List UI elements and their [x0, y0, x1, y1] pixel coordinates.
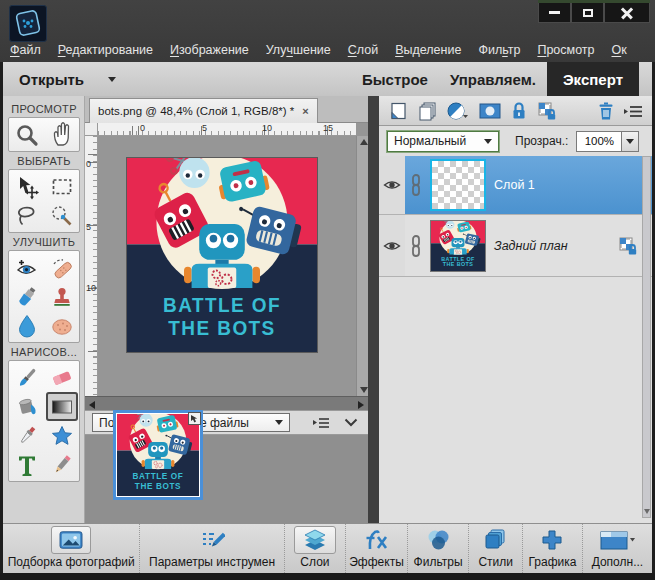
layers-panel: Нормальный Прозрач.: 100% Слой 1 — [379, 96, 652, 523]
window-border — [0, 573, 655, 580]
close-button[interactable] — [604, 3, 650, 23]
locked-layer-icon[interactable] — [618, 236, 638, 256]
panel-menu-icon[interactable] — [313, 417, 329, 429]
menu-filter[interactable]: Фильтр — [478, 43, 520, 57]
tool-section-enhance-label: УЛУЧШИТЬ — [8, 233, 80, 250]
collapse-chevron-icon[interactable] — [344, 418, 358, 427]
link-icon[interactable] — [410, 174, 422, 196]
tab-close-icon[interactable]: × — [302, 105, 308, 117]
panel-splitter[interactable] — [368, 96, 379, 523]
new-layer-icon[interactable] — [388, 101, 408, 121]
layer-row-layer1[interactable]: Слой 1 — [379, 156, 652, 215]
menu-image[interactable]: Изображение — [170, 43, 249, 57]
scroll-left-arrow[interactable] — [89, 401, 95, 409]
layer-name[interactable]: Слой 1 — [494, 178, 652, 192]
menu-enhance[interactable]: Улучшение — [266, 43, 331, 57]
red-eye-tool-icon[interactable] — [11, 253, 43, 282]
eye-icon[interactable] — [383, 239, 401, 253]
layer-thumbnail-transparent[interactable] — [430, 159, 486, 211]
opacity-input[interactable]: 100% — [576, 131, 622, 152]
lock-all-icon[interactable] — [510, 101, 528, 121]
tab-guided[interactable]: Управляем. — [439, 62, 547, 96]
link-icon[interactable] — [410, 235, 422, 257]
spot-healing-tool-icon[interactable] — [46, 253, 78, 282]
document-tab[interactable]: bots.png @ 48,4% (Слой 1, RGB/8*) * × — [89, 98, 318, 123]
brush-tool-icon[interactable] — [11, 363, 43, 392]
canvas-vertical-scrollbar[interactable] — [356, 136, 368, 396]
app-logo-icon — [9, 5, 47, 42]
scroll-down-arrow[interactable] — [360, 387, 368, 393]
blend-mode-select[interactable]: Нормальный — [387, 131, 499, 152]
layer-mask-icon[interactable] — [479, 102, 501, 120]
scroll-right-arrow[interactable] — [358, 401, 364, 409]
taskbar-layers[interactable]: Слои — [284, 524, 346, 573]
scroll-down-arrow[interactable] — [644, 509, 650, 514]
window-border — [0, 62, 3, 580]
titlebar: Файл Редактирование Изображение Улучшени… — [0, 0, 655, 62]
photo-bin-thumbnail[interactable] — [113, 410, 203, 500]
taskbar-photo-bin[interactable]: Подборка фотографий — [3, 524, 139, 573]
adjustment-layer-icon[interactable] — [446, 101, 470, 121]
menu-edit[interactable]: Редактирование — [58, 43, 153, 57]
layer-name[interactable]: Задний план — [494, 239, 610, 253]
sponge-tool-icon[interactable] — [46, 311, 78, 340]
marquee-tool-icon[interactable] — [46, 172, 78, 201]
smart-brush-tool-icon[interactable] — [11, 282, 43, 311]
more-panels-icon — [599, 528, 635, 552]
tool-section-view-label: ПРОСМОТР — [8, 100, 80, 117]
eyedropper-tool-icon[interactable] — [11, 421, 43, 450]
layer-row-background[interactable]: Задний план — [379, 215, 652, 277]
shape-tool-icon[interactable] — [46, 421, 78, 450]
layer-thumbnail-artwork[interactable] — [430, 220, 486, 272]
eye-icon[interactable] — [383, 178, 401, 192]
layers-panel-scrollbar[interactable] — [642, 156, 651, 518]
maximize-button[interactable] — [571, 3, 604, 23]
menu-file[interactable]: Файл — [10, 43, 41, 57]
eraser-tool-icon[interactable] — [46, 363, 78, 392]
pencil-tool-icon[interactable] — [46, 450, 78, 479]
hand-tool-icon[interactable] — [46, 120, 78, 149]
lasso-tool-icon[interactable] — [11, 201, 43, 230]
move-tool-icon[interactable] — [11, 172, 43, 201]
paint-bucket-tool-icon[interactable] — [11, 392, 43, 421]
minimize-button[interactable] — [538, 3, 571, 23]
open-button[interactable]: Открыть — [19, 62, 116, 96]
mode-tabs: Быстрое Управляем. Эксперт — [351, 62, 652, 96]
taskbar-filters[interactable]: Фильтры — [407, 524, 469, 573]
menubar: Файл Редактирование Изображение Улучшени… — [10, 43, 655, 57]
open-document-badge-icon — [188, 412, 201, 425]
taskbar-graphics[interactable]: Графика — [522, 524, 582, 573]
tab-expert[interactable]: Эксперт — [547, 62, 639, 96]
menu-window[interactable]: Ок — [612, 43, 627, 57]
document-tab-title: bots.png @ 48,4% (Слой 1, RGB/8*) * — [98, 105, 294, 117]
quick-selection-tool-icon[interactable] — [46, 201, 78, 230]
tool-section-draw-label: НАРИСОВ... — [8, 343, 80, 360]
chevron-down-icon — [275, 420, 283, 425]
taskbar-effects[interactable]: Эффекты — [345, 524, 407, 573]
lock-transparency-icon[interactable] — [537, 101, 557, 121]
opacity-dropdown-button[interactable] — [622, 131, 639, 152]
taskbar-more[interactable]: Дополн... — [582, 524, 652, 573]
gradient-tool-icon[interactable] — [46, 392, 78, 421]
photoshop-elements-window: BATTLE OF THE BOTS Файл Редактирование И… — [0, 0, 655, 580]
new-group-icon[interactable] — [417, 101, 437, 121]
scroll-up-arrow[interactable] — [360, 139, 368, 145]
tab-quick[interactable]: Быстрое — [351, 62, 439, 96]
canvas[interactable] — [99, 136, 356, 396]
blur-tool-icon[interactable] — [11, 311, 43, 340]
zoom-tool-icon[interactable] — [11, 120, 43, 149]
tool-options-icon — [199, 528, 225, 552]
canvas-horizontal-scrollbar[interactable] — [85, 396, 368, 410]
clone-stamp-tool-icon[interactable] — [46, 282, 78, 311]
delete-layer-icon[interactable] — [597, 101, 615, 121]
blend-mode-value: Нормальный — [394, 134, 466, 148]
menu-view[interactable]: Просмотр — [537, 43, 594, 57]
menu-select[interactable]: Выделение — [395, 43, 461, 57]
taskbar-styles[interactable]: Стили — [468, 524, 522, 573]
layers-panel-toolbar — [379, 96, 652, 126]
menu-layer[interactable]: Слой — [348, 43, 378, 57]
mode-bar: Открыть Быстрое Управляем. Эксперт — [3, 62, 652, 96]
taskbar-tool-options[interactable]: Параметры инструмен — [139, 524, 283, 573]
type-tool-icon[interactable] — [11, 450, 43, 479]
layers-panel-menu-icon[interactable] — [624, 104, 642, 118]
